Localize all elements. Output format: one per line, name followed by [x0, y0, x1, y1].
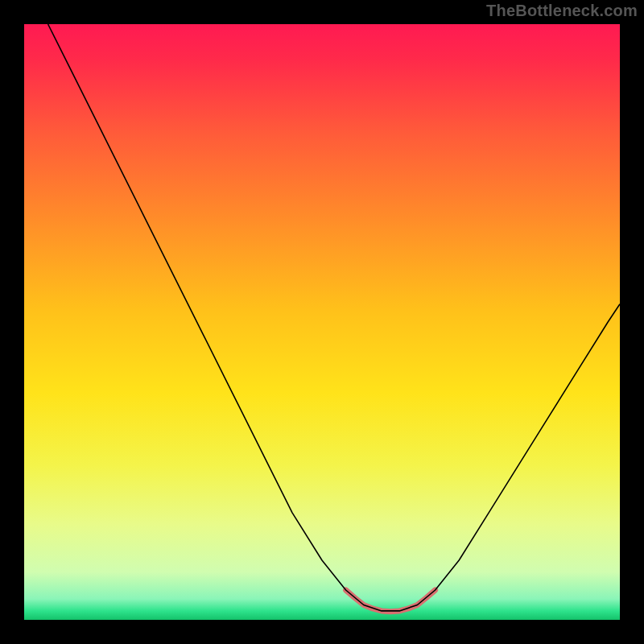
chart-frame: TheBottleneck.com [0, 0, 644, 644]
watermark-text: TheBottleneck.com [486, 2, 638, 20]
plot-area [24, 24, 620, 620]
chart-background [24, 24, 620, 620]
bottleneck-chart [24, 24, 620, 620]
